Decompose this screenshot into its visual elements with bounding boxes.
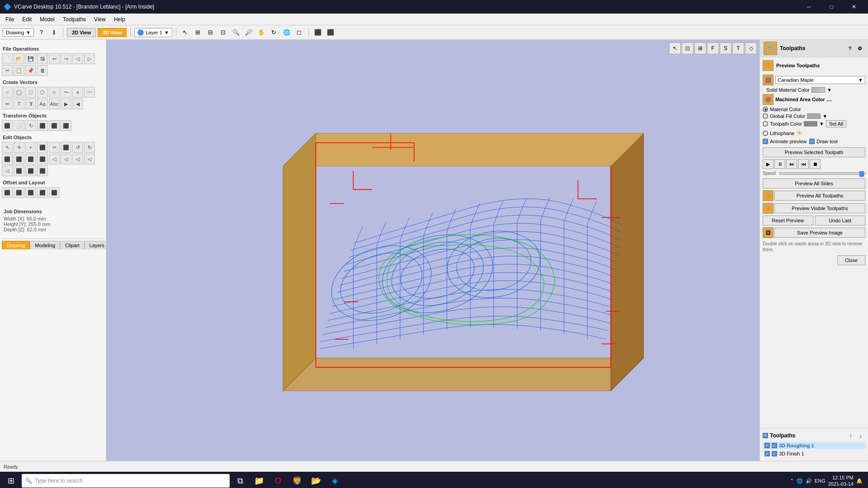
menu-help[interactable]: Help [110,15,129,23]
toolpaths-move-up-btn[interactable]: ↑ [846,431,855,440]
smooth-btn[interactable]: ◁ [72,154,83,164]
taskbar-search[interactable]: 🔍 Type here to search [22,474,230,488]
copy-btn[interactable]: 📋 [14,65,24,76]
preview-all-toolpaths-btn[interactable]: Preview All Toolpaths [774,191,865,201]
sharp-corner-btn[interactable]: ◁ [2,165,13,176]
maximize-button[interactable]: □ [821,0,842,14]
bezier-btn[interactable]: 〜 [61,87,71,98]
material-dropdown[interactable]: Canadian Maple ▼ [775,76,865,84]
toolpaths-move-down-btn[interactable]: ↓ [856,431,865,440]
solid-color-chevron[interactable]: ▼ [827,87,832,93]
nest-btn[interactable]: ↻ [84,142,95,153]
rotate-icon[interactable]: ↻ [269,27,279,38]
layer-dropdown[interactable]: Layer 1 ▼ [134,28,172,37]
tp-item-1-vis-checkbox[interactable]: ✓ [772,451,777,456]
star-btn[interactable]: ☆ [49,87,60,98]
menu-model[interactable]: Model [36,15,58,23]
play-btn[interactable]: ▶ [763,159,774,169]
task-view-btn[interactable]: ⧉ [231,472,249,488]
prev-btn[interactable]: ◁ [72,53,83,64]
material-color-radio[interactable] [763,107,768,112]
global-fill-chevron[interactable]: ▼ [822,113,827,119]
question-icon[interactable]: ? [36,27,47,38]
preview-visible-btn[interactable]: Preview Visible Toolpaths [774,203,865,213]
preview-all-sides-btn[interactable]: Preview All Sides [763,178,865,188]
canvas-front-view-icon[interactable]: F [707,42,719,54]
minimize-button[interactable]: ─ [798,0,819,14]
network-icon[interactable]: 🌐 [797,478,803,484]
offset-contour-btn[interactable]: ⬛ [2,187,13,198]
menu-toolpaths[interactable]: Toolpaths [59,15,90,23]
mirror-h-btn[interactable]: ⬛ [37,120,48,131]
panel-help-btn[interactable]: ? [845,44,854,53]
grid-icon[interactable]: ⊞ [193,27,203,38]
tp-item-1-checkbox[interactable]: ✓ [764,451,770,456]
lithophane-radio[interactable] [763,131,768,136]
extend-btn[interactable]: ⬛ [61,142,71,153]
zoom-out-icon[interactable]: 🔎 [243,27,254,38]
rotate-obj-btn[interactable]: ↻ [25,120,36,131]
save-preview-image-btn[interactable]: Save Preview Image [774,228,865,238]
text-btn[interactable]: T [14,99,24,109]
skip-end-btn[interactable]: ⏮ [798,159,809,169]
brave-btn[interactable]: 🦁 [288,472,306,488]
square-btn[interactable]: □ [25,87,36,98]
cut-btn[interactable]: ✂ [2,65,13,76]
text-import-btn[interactable]: Abc [49,99,60,109]
spiro-btn[interactable]: 〰 [84,87,95,98]
circle-btn[interactable]: ○ [2,87,13,98]
close-vector-btn[interactable]: ◁ [49,154,60,164]
reset-preview-btn[interactable]: Reset Preview [763,216,813,225]
save-as-btn[interactable]: 🖫 [37,53,48,64]
notifications-icon[interactable]: 🔔 [856,478,863,484]
view-2d-button[interactable]: 2D View [67,28,96,37]
global-fill-radio[interactable] [763,113,768,119]
shape-btn[interactable]: ◀ [72,99,83,109]
menu-file[interactable]: File [2,15,18,23]
text-curved-btn[interactable]: 𝐓 [25,99,36,109]
toolpath-color-radio[interactable] [763,121,768,127]
canvas-iso-view-icon[interactable]: ◇ [745,42,757,54]
preview-selected-btn[interactable]: Preview Selected Toolpath [763,147,865,157]
pause-btn[interactable]: ⏸ [774,159,785,169]
polygon-btn[interactable]: ⬡ [37,87,48,98]
group-btn[interactable]: ⬛ [2,154,13,164]
menu-edit[interactable]: Edit [19,15,35,23]
weld-btn[interactable]: ⬛ [37,142,48,153]
speed-slider[interactable] [779,172,865,175]
open-file-btn[interactable]: 📂 [14,53,24,64]
offset-btn[interactable]: ↺ [72,142,83,153]
ungroup-btn[interactable]: ⬛ [14,154,24,164]
paste-btn[interactable]: 📌 [25,65,36,76]
view-3d-button[interactable]: 3D View [98,28,127,37]
canvas-top-view-icon[interactable]: T [732,42,744,54]
check-vectors-btn[interactable]: ⬛ [25,165,36,176]
snap-icon[interactable]: ⊟ [205,27,216,38]
panel-settings-btn[interactable]: ⚙ [855,44,864,53]
select-icon[interactable]: ↖ [180,27,191,38]
boolean-union-btn[interactable]: ⬛ [25,154,36,164]
tab-clipart[interactable]: Clipart [60,241,85,249]
toolpath-color-chevron[interactable]: ▼ [819,121,824,127]
sound-icon[interactable]: 🔊 [806,478,812,484]
new-file-btn[interactable]: 📄 [2,53,13,64]
nesting-btn[interactable]: ⬛ [25,187,36,198]
text-move-btn[interactable]: Aa [37,99,48,109]
3d-view-icon[interactable]: 🌐 [281,27,292,38]
step-repeat-btn[interactable]: ⬛ [14,187,24,198]
trim-btn[interactable]: ✂ [49,142,60,153]
vcarve-btn[interactable]: ◈ [326,472,344,488]
canvas-side-view-icon[interactable]: S [720,42,731,54]
pan-icon[interactable]: ✋ [256,27,267,38]
toolpath-icon-2[interactable]: ⬛ [325,27,336,38]
tab-drawing[interactable]: Drawing [2,241,30,249]
wireframe-icon[interactable]: ◻ [294,27,305,38]
canvas-zoom-fit-icon[interactable]: ⊞ [694,42,706,54]
node-edit-btn[interactable]: ✛ [14,142,24,153]
move-btn[interactable]: ⬛ [2,120,13,131]
undo-btn[interactable]: ↩ [49,53,60,64]
canvas-select-icon[interactable]: ↖ [669,42,681,54]
zoom-fit-icon[interactable]: ⊡ [218,27,229,38]
ellipse-btn[interactable]: ◯ [14,87,24,98]
toolpath-item-0[interactable]: ✓ ✓ 3D Roughing 1 [763,442,865,449]
